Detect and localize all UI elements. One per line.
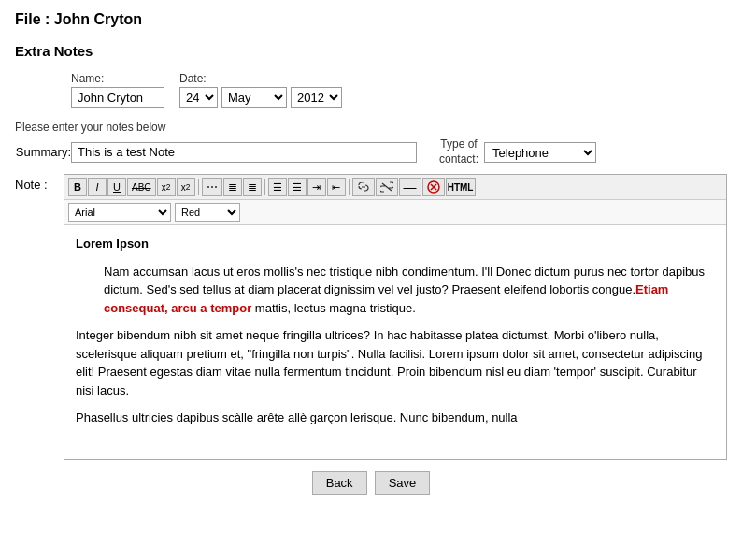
horizontal-rule-button[interactable]: — xyxy=(399,178,421,196)
separator1 xyxy=(198,179,199,195)
note-section: Note : B I U ABC x2 x2 ⋯ ≣ ≣ ☰ ☰ ⇥ ⇤ xyxy=(15,174,727,460)
editor-body[interactable]: Lorem Ipson Nam accumsan lacus ut eros m… xyxy=(64,225,726,459)
year-select[interactable]: 20102011201220132014 xyxy=(291,87,342,108)
outdent-button[interactable]: ⇤ xyxy=(327,178,346,196)
summary-label: Summary: xyxy=(15,145,71,159)
note-label: Note : xyxy=(15,174,56,192)
hint-text: Please enter your notes below xyxy=(15,121,727,134)
bold-button[interactable]: B xyxy=(68,178,87,196)
italic-button[interactable]: I xyxy=(88,178,107,196)
name-input[interactable] xyxy=(71,87,164,108)
unlink-icon xyxy=(380,181,393,193)
strikethrough-button[interactable]: ABC xyxy=(127,178,156,196)
file-title: File : John Cryton xyxy=(15,11,727,28)
day-select[interactable]: 24 xyxy=(179,87,218,108)
font-select[interactable]: Arial Times New Roman Courier New xyxy=(68,203,171,222)
date-label: Date: xyxy=(179,72,342,85)
save-button[interactable]: Save xyxy=(375,471,431,495)
unlink-button[interactable] xyxy=(376,178,398,196)
type-of-contact-select[interactable]: Telephone Email Meeting Letter xyxy=(484,142,596,163)
ordered-list-button[interactable]: ☰ xyxy=(268,178,287,196)
name-field-group: Name: xyxy=(71,72,164,108)
indent-button[interactable]: ⇥ xyxy=(307,178,326,196)
footer-buttons: Back Save xyxy=(15,471,727,495)
html-button[interactable]: HTML xyxy=(446,178,476,196)
editor-bold-title: Lorem Ipson xyxy=(76,235,715,253)
date-row: 24 JanuaryFebruaryMarch AprilMayJune Jul… xyxy=(179,87,342,108)
separator2 xyxy=(264,179,265,195)
link-button[interactable] xyxy=(352,178,375,196)
align-right-button[interactable]: ≣ xyxy=(243,178,262,196)
editor-paragraph2: Integer bibendum nibh sit amet neque fri… xyxy=(76,326,715,399)
name-label: Name: xyxy=(71,72,164,85)
type-of-contact-label: Type of contact: xyxy=(439,137,478,166)
subscript-button[interactable]: x2 xyxy=(157,178,176,196)
editor-paragraph1: Nam accumsan lacus ut eros mollis's nec … xyxy=(76,263,715,318)
align-left-button[interactable]: ⋯ xyxy=(202,178,222,196)
editor-paragraph3: Phasellus ultricies dapibus scàlle arête… xyxy=(76,409,715,427)
superscript-button[interactable]: x2 xyxy=(177,178,195,196)
align-center-button[interactable]: ≣ xyxy=(223,178,242,196)
summary-input[interactable] xyxy=(71,142,417,163)
date-field-group: Date: 24 JanuaryFebruaryMarch AprilMayJu… xyxy=(179,72,342,108)
summary-type-row: Summary: Type of contact: Telephone Emai… xyxy=(15,137,727,166)
name-date-row: Name: Date: 24 JanuaryFebruaryMarch Apri… xyxy=(15,72,727,108)
type-of-contact-group: Type of contact: Telephone Email Meeting… xyxy=(439,137,596,166)
editor-container: B I U ABC x2 x2 ⋯ ≣ ≣ ☰ ☰ ⇥ ⇤ xyxy=(64,174,727,460)
month-select[interactable]: JanuaryFebruaryMarch AprilMayJune JulyAu… xyxy=(221,87,287,108)
back-button[interactable]: Back xyxy=(312,471,367,495)
toolbar-row2: Arial Times New Roman Courier New Red Bl… xyxy=(64,200,726,225)
unordered-list-button[interactable]: ☰ xyxy=(288,178,307,196)
section-title: Extra Notes xyxy=(15,43,727,59)
remove-format-button[interactable] xyxy=(422,178,445,196)
toolbar-row1: B I U ABC x2 x2 ⋯ ≣ ≣ ☰ ☰ ⇥ ⇤ xyxy=(64,175,726,200)
remove-format-icon xyxy=(427,180,440,194)
separator3 xyxy=(349,179,350,195)
underline-button[interactable]: U xyxy=(107,178,126,196)
color-select[interactable]: Red Black Blue Green xyxy=(175,203,240,222)
link-icon xyxy=(357,182,370,192)
